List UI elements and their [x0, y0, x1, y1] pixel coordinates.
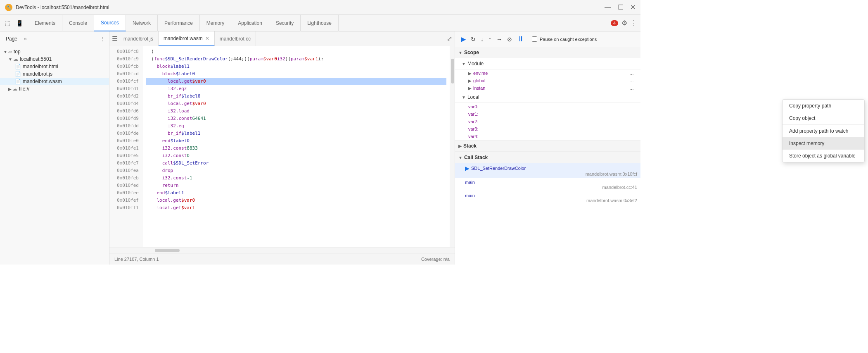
resume-button[interactable]: ▶ [460, 34, 467, 44]
local-label: Local [467, 94, 479, 100]
var4-key: var4: [468, 134, 478, 139]
right-panel: ▶ ↻ ↓ ↑ → ⊘ ⏸ Pause on caught exceptions… [455, 31, 640, 265]
tab-console[interactable]: Console [62, 15, 94, 31]
server-icon: ☁ [13, 56, 18, 62]
tab-performance[interactable]: Performance [158, 15, 200, 31]
scope-env-item[interactable]: ▶ env.me … [455, 69, 640, 77]
more-options-button[interactable]: ⋮ [631, 19, 637, 27]
editor-tab-wasm[interactable]: mandelbrot.wasm ✕ [159, 31, 215, 46]
tree-item-js[interactable]: 📄 mandelbrot.js [0, 70, 109, 78]
scope-global-item[interactable]: ▶ global … [455, 77, 640, 84]
stack-section-header[interactable]: ▶ Stack [455, 140, 640, 152]
code-line: block $label0 [146, 70, 446, 78]
vertical-scrollbar[interactable] [450, 46, 455, 247]
horizontal-scrollbar[interactable] [109, 247, 455, 253]
tree-item-label: mandelbrot.js [23, 71, 52, 77]
scope-section-header[interactable]: ▼ Scope [455, 47, 640, 58]
tree-item-file[interactable]: ▶ ☁ file:// [0, 85, 109, 93]
callstack-item-2[interactable]: main mandelbrot.wasm:0x3ef2 [455, 191, 640, 205]
minimize-button[interactable]: — [605, 3, 611, 11]
pause-button[interactable]: ⏸ [516, 34, 525, 44]
tab-security[interactable]: Security [269, 15, 301, 31]
editor-tab-label: mandelbrot.wasm [164, 36, 203, 41]
tree-item-localhost[interactable]: ▼ ☁ localhost:5501 [0, 55, 109, 63]
tree-item-label: mandelbrot.wasm [23, 79, 62, 84]
deactivate-breakpoints-button[interactable]: ⊘ [506, 35, 513, 43]
code-line: end $label1 [146, 189, 446, 197]
inspect-element-button[interactable]: ⬚ [3, 19, 12, 27]
filetree-tab-page[interactable]: Page [3, 35, 20, 43]
toggle-navigator-button[interactable]: ☰ [111, 34, 119, 43]
scope-var0-item[interactable]: var0: [455, 103, 640, 110]
mobile-toggle-button[interactable]: 📱 [14, 19, 25, 27]
scope-var1-item[interactable]: var1: [455, 110, 640, 118]
code-line: (func $SDL_SetRenderDrawColor (;444;) (p… [146, 55, 446, 63]
chevron-down-icon: ▼ [462, 62, 466, 66]
code-line: i32.const 0 [146, 152, 446, 160]
code-line: local.get $var0 [146, 197, 446, 204]
tree-item-label: top [14, 49, 21, 55]
callstack-section-header[interactable]: ▼ Call Stack [455, 152, 640, 163]
code-line: end $label0 [146, 137, 446, 145]
scope-instan-key: instan [473, 86, 485, 91]
chevron-down-icon: ▼ [3, 50, 7, 54]
debugger-toolbar: ▶ ↻ ↓ ↑ → ⊘ ⏸ Pause on caught exceptions [455, 31, 640, 47]
step-button[interactable]: → [496, 35, 503, 43]
ellipsis-icon: … [629, 86, 634, 91]
step-out-button[interactable]: ↑ [488, 35, 492, 43]
tree-item-label: localhost:5501 [20, 56, 52, 62]
tree-item-label: mandelbrot.html [23, 64, 58, 69]
code-line: local.get $var0 [146, 100, 446, 107]
callstack-current-icon: ▶ [465, 165, 470, 172]
tree-item-html[interactable]: 📄 mandelbrot.html [0, 63, 109, 70]
code-line: i32.eqz [146, 85, 446, 93]
scope-instan-item[interactable]: ▶ instan … [455, 84, 640, 92]
titlebar-controls: — ☐ ✕ [605, 3, 636, 11]
filetree-more-button[interactable]: ⋮ [100, 36, 106, 42]
editor-tabs: ☰ mandelbrot.js mandelbrot.wasm ✕ mandel… [109, 31, 455, 46]
editor-tab-cc[interactable]: mandelbrot.cc [215, 31, 256, 46]
editor-tab-close-icon[interactable]: ✕ [205, 36, 209, 41]
scope-label: Scope [464, 50, 479, 55]
pause-on-exceptions-checkbox[interactable] [532, 36, 537, 42]
settings-button[interactable]: ⚙ [621, 19, 627, 27]
chevron-right-icon: ▶ [468, 79, 472, 83]
tree-item-top[interactable]: ▼ ▱ top [0, 48, 109, 55]
step-over-button[interactable]: ↻ [470, 35, 477, 43]
scope-env-key: env.me [473, 71, 488, 76]
step-into-button[interactable]: ↓ [480, 35, 484, 43]
code-line: br_if $label0 [146, 93, 446, 100]
code-area: 0x010fc8 0x010fc9 0x010fcb 0x010fcd 0x01… [109, 46, 455, 247]
code-content[interactable]: ) (func $SDL_SetRenderDrawColor (;444;) … [142, 46, 450, 247]
callstack-item-0[interactable]: ▶ SDL_SetRenderDrawColor mandelbrot.wasm… [455, 163, 640, 178]
tab-sources[interactable]: Sources [94, 15, 126, 31]
tab-elements[interactable]: Elements [28, 15, 62, 31]
tab-memory[interactable]: Memory [200, 15, 231, 31]
tree-item-wasm[interactable]: 📄 mandelbrot.wasm [0, 78, 109, 85]
chevron-right-icon: ▶ [468, 86, 472, 91]
tab-application[interactable]: Application [231, 15, 269, 31]
editor-tab-js[interactable]: mandelbrot.js [119, 31, 159, 46]
show-quick-source-button[interactable]: ⤢ [446, 34, 453, 43]
main-tabs: Elements Console Sources Network Perform… [28, 15, 607, 31]
close-button[interactable]: ✕ [630, 3, 636, 11]
wasm-file-icon: 📄 [15, 79, 21, 84]
scope-var4-item[interactable]: var4: [455, 133, 640, 140]
tab-network[interactable]: Network [126, 15, 158, 31]
code-line: br_if $label1 [146, 130, 446, 137]
pause-on-exceptions-label: Pause on caught exceptions [532, 36, 597, 42]
line-numbers: 0x010fc8 0x010fc9 0x010fcb 0x010fcd 0x01… [109, 46, 142, 247]
module-section-header[interactable]: ▼ Module [455, 58, 640, 69]
devtools-icon: 🔧 [5, 4, 12, 11]
tab-lighthouse[interactable]: Lighthouse [301, 15, 339, 31]
local-section-header[interactable]: ▼ Local [455, 92, 640, 103]
filetree-tab-more[interactable]: » [21, 35, 29, 43]
scope-var2-item[interactable]: var2: [455, 118, 640, 125]
maximize-button[interactable]: ☐ [618, 3, 624, 11]
callstack-item-1[interactable]: main mandelbrot.cc:41 [455, 178, 640, 191]
chevron-right-icon: ▶ [8, 87, 12, 91]
filesystem-icon: ☁ [12, 86, 17, 92]
scope-var3-item[interactable]: var3: [455, 125, 640, 133]
chevron-down-icon: ▼ [458, 50, 462, 55]
var0-key: var0: [468, 104, 478, 109]
